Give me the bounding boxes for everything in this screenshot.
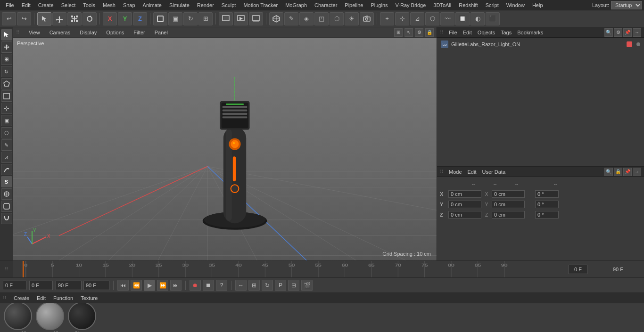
- mat-menu-create[interactable]: Create: [12, 295, 31, 301]
- array-button[interactable]: ⬡: [425, 12, 439, 25]
- rotate-tool-button[interactable]: [83, 12, 97, 25]
- attr-pin-icon[interactable]: 📌: [623, 168, 632, 176]
- viewport-options-button[interactable]: ⚙: [415, 28, 423, 37]
- render-prev-button[interactable]: [234, 12, 248, 25]
- viewport-canvas[interactable]: Perspective Grid Spacing : 10 cm X Z Y: [13, 38, 437, 260]
- viewport-lock-button[interactable]: 🔒: [425, 28, 434, 37]
- attr-b-rot-field[interactable]: 0 °: [535, 211, 559, 219]
- menu-item-edit[interactable]: Edit: [18, 1, 34, 9]
- undo-button[interactable]: ↩: [2, 12, 16, 25]
- menu-item-snap[interactable]: Snap: [119, 1, 139, 9]
- render-region-button[interactable]: [219, 12, 233, 25]
- menu-item-window[interactable]: Window: [503, 1, 528, 9]
- obj-arrow-icon[interactable]: →: [633, 28, 641, 37]
- transport-skip-end[interactable]: ⏭: [170, 280, 182, 291]
- tool-knife[interactable]: ⊿: [1, 152, 12, 163]
- menu-item-motion-tracker[interactable]: Motion Tracker: [239, 1, 281, 9]
- z-axis-button[interactable]: Z: [133, 12, 147, 25]
- x-axis-button[interactable]: X: [103, 12, 117, 25]
- tool-edge-mode[interactable]: [1, 90, 12, 102]
- mirror-button[interactable]: ⊿: [410, 12, 424, 25]
- move-tool-button[interactable]: [52, 12, 66, 25]
- transport-extra-5[interactable]: ⊟: [288, 280, 299, 291]
- plus-button[interactable]: +: [380, 12, 394, 25]
- menu-item-render[interactable]: Render: [193, 1, 218, 9]
- timeline-ruler[interactable]: 0 5 10 15 20 25 30 35 40 45 50: [13, 261, 564, 277]
- tool-scale[interactable]: ⊞: [1, 54, 12, 65]
- obj-menu-objects[interactable]: Objects: [476, 29, 497, 36]
- menu-item-select[interactable]: Select: [58, 1, 80, 9]
- material-swatch-shaver[interactable]: [68, 303, 96, 330]
- attr-z-size-field[interactable]: 0 cm: [492, 211, 525, 219]
- playhead[interactable]: [23, 261, 24, 277]
- attr-arrow-icon[interactable]: →: [633, 168, 641, 176]
- menu-item-mograph[interactable]: MoGraph: [281, 1, 311, 9]
- frame-current-input[interactable]: [29, 281, 53, 290]
- extrude-button[interactable]: ⬛: [486, 12, 500, 25]
- menu-item-tools[interactable]: Tools: [79, 1, 99, 9]
- tool-smooth[interactable]: [1, 201, 12, 212]
- tool-point-mode[interactable]: ⊹: [1, 103, 12, 114]
- obj-menu-file[interactable]: File: [447, 29, 459, 36]
- attr-x-size-field[interactable]: 0 cm: [492, 190, 525, 198]
- transport-stop[interactable]: ⏹: [203, 280, 214, 291]
- y-axis-button[interactable]: Y: [118, 12, 132, 25]
- tool-grab[interactable]: [1, 188, 12, 200]
- menu-item-character[interactable]: Character: [311, 1, 341, 9]
- scale-tool-button[interactable]: [67, 12, 82, 25]
- obj-menu-tags[interactable]: Tags: [499, 29, 513, 36]
- menu-item-sculpt[interactable]: Sculpt: [218, 1, 240, 9]
- cube-view-button[interactable]: [269, 12, 283, 25]
- viewport-menu-panel[interactable]: Panel: [153, 29, 170, 36]
- transport-extra-3[interactable]: ↻: [262, 280, 273, 291]
- viewport-menu-display[interactable]: Display: [78, 29, 99, 36]
- attr-menu-user-data[interactable]: User Data: [480, 169, 508, 175]
- menu-item-script[interactable]: Script: [482, 1, 503, 9]
- select-tool-button[interactable]: [37, 12, 51, 25]
- material-swatch-vray03[interactable]: [36, 303, 64, 330]
- transport-skip-start[interactable]: ⏮: [117, 280, 129, 291]
- attr-x-pos-field[interactable]: 0 cm: [448, 190, 481, 198]
- polygon-button[interactable]: ⬡: [330, 12, 344, 25]
- menu-item-redshift[interactable]: Redshift: [455, 1, 481, 9]
- menu-item-vray[interactable]: V-Ray Bridge: [392, 1, 430, 9]
- selection-mode-button[interactable]: ▣: [168, 12, 182, 25]
- light-button[interactable]: ☀: [345, 12, 359, 25]
- redo-button[interactable]: ↪: [17, 12, 31, 25]
- viewport-maximize-button[interactable]: ⊞: [394, 28, 403, 37]
- attr-y-size-field[interactable]: 0 cm: [492, 201, 525, 208]
- transform-button[interactable]: ⊹: [395, 12, 409, 25]
- viewport-camera-button[interactable]: ↖: [405, 28, 413, 37]
- transport-next-frame[interactable]: ⏩: [157, 280, 168, 291]
- tool-paint[interactable]: ✎: [1, 139, 12, 151]
- attr-menu-mode[interactable]: Mode: [447, 169, 464, 175]
- tool-move[interactable]: [1, 41, 12, 53]
- mat-menu-function[interactable]: Function: [51, 295, 75, 301]
- transport-extra-6[interactable]: 🎬: [301, 280, 313, 291]
- menu-item-create[interactable]: Create: [34, 1, 58, 9]
- obj-menu-bookmarks[interactable]: Bookmarks: [515, 29, 545, 36]
- transport-prev-frame[interactable]: ⏪: [131, 280, 142, 291]
- attr-menu-edit[interactable]: Edit: [466, 169, 479, 175]
- object-item-razor[interactable]: Lo GilletteLabs_Razor_Light_ON: [439, 40, 642, 49]
- menu-item-3dtall[interactable]: 3DToAll: [429, 1, 455, 9]
- viewport-menu-view[interactable]: View: [27, 29, 42, 36]
- menu-item-plugins[interactable]: Plugins: [367, 1, 391, 9]
- selection2-button[interactable]: ◰: [314, 12, 329, 25]
- tool-s[interactable]: S: [1, 176, 12, 187]
- menu-item-pipeline[interactable]: Pipeline: [341, 1, 367, 9]
- scale-mode-button[interactable]: ⊞: [198, 12, 213, 25]
- menu-item-file[interactable]: File: [2, 1, 18, 9]
- frame-end2-input[interactable]: [83, 281, 109, 290]
- tool-rotate[interactable]: ↻: [1, 66, 12, 77]
- camera-button[interactable]: [360, 12, 374, 25]
- tool-object-mode[interactable]: ▣: [1, 115, 12, 126]
- menu-item-animate[interactable]: Animate: [139, 1, 165, 9]
- tool-polygon-mode[interactable]: [1, 78, 12, 89]
- layout-dropdown[interactable]: Startup: [611, 1, 642, 9]
- tool-3[interactable]: ⬡: [1, 127, 12, 138]
- transport-record[interactable]: ⏺: [190, 280, 201, 291]
- mat-menu-texture[interactable]: Texture: [79, 295, 99, 301]
- nurbs-button[interactable]: ✎: [284, 12, 298, 25]
- viewport-menu-options[interactable]: Options: [104, 29, 126, 36]
